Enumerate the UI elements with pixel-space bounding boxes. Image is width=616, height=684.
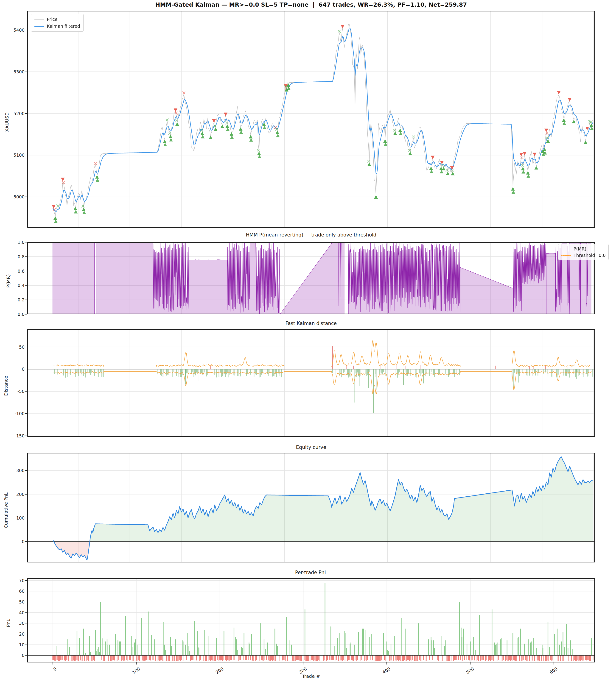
tick-mark (25, 369, 27, 369)
tick-mark (25, 612, 27, 613)
price-ylabel: XAUUSD (4, 88, 9, 156)
pnl-ytick-label: 0 (22, 653, 25, 658)
tick-mark (25, 655, 27, 656)
pmr-ytick-label: 0.4 (18, 283, 25, 288)
tick-mark (25, 197, 27, 197)
tick-mark (25, 285, 27, 286)
tick-mark (25, 256, 27, 257)
kalman-legend-label: Kalman filtered (47, 24, 80, 29)
tick-mark (25, 644, 27, 645)
tick-mark (25, 541, 27, 542)
threshold-line-swatch (561, 255, 571, 256)
legend-item-pmr: P(MR) (561, 246, 606, 252)
tick-mark (25, 155, 27, 155)
price-ytick-label: 5100 (14, 153, 25, 158)
tick-mark (25, 494, 27, 495)
price-ytick-label: 5300 (14, 69, 25, 74)
tick-mark (303, 662, 303, 664)
tick-mark (25, 436, 27, 436)
price-legend-label: Price (47, 17, 58, 22)
equity-ytick-label: 100 (16, 516, 25, 521)
distance-ytick-label: -100 (15, 411, 25, 416)
pmr-ytick-label: 1.0 (18, 240, 25, 245)
pmr-legend: P(MR) Threshold=0.0 (558, 244, 609, 260)
pmr-panel-title: HMM P(mean-reverting) — trade only above… (27, 232, 595, 237)
pnl-ylabel: PnL (5, 589, 11, 657)
pnl-ytick-label: 10 (19, 642, 25, 647)
tick-mark (25, 413, 27, 414)
tick-mark (25, 518, 27, 518)
price-ytick-label: 5000 (14, 194, 25, 199)
price-panel-canvas (27, 11, 595, 228)
price-ytick-label: 5400 (14, 27, 25, 32)
distance-ytick-label: -50 (18, 389, 25, 394)
pmr-ytick-label: 0.2 (18, 297, 25, 302)
figure-title: HMM-Gated Kalman — MR>=0.0 SL=5 TP=none … (27, 1, 595, 8)
x-axis-label: Trade # (27, 674, 595, 679)
kalman-line-swatch (35, 26, 44, 27)
tick-mark (25, 271, 27, 271)
tick-mark (25, 242, 27, 243)
equity-panel-title: Equity curve (27, 444, 595, 450)
price-ytick-label: 5200 (14, 111, 25, 116)
tick-mark (25, 300, 27, 300)
pmr-ylabel: P(MR) (5, 247, 11, 315)
pmr-legend-label: P(MR) (574, 246, 587, 251)
pnl-ytick-label: 40 (19, 610, 25, 615)
price-legend: Price Kalman filtered (31, 14, 84, 32)
distance-ytick-label: 50 (19, 344, 25, 349)
tick-mark (25, 72, 27, 72)
figure: HMM-Gated Kalman — MR>=0.0 SL=5 TP=none … (0, 0, 616, 684)
tick-mark (25, 30, 27, 30)
distance-panel-title: Fast Kalman distance (27, 321, 595, 326)
tick-mark (25, 580, 27, 581)
tick-mark (470, 662, 470, 664)
tick-mark (25, 391, 27, 391)
pmr-ytick-label: 0.8 (18, 254, 25, 259)
equity-ytick-label: 200 (16, 492, 25, 497)
pnl-panel-title: Per-trade PnL (27, 570, 595, 575)
pnl-ytick-label: 20 (19, 632, 25, 637)
pmr-ytick-label: 0.6 (18, 269, 25, 274)
pnl-ytick-label: 30 (19, 621, 25, 626)
distance-ytick-label: 0 (22, 367, 25, 371)
tick-mark (25, 314, 27, 315)
price-line-swatch (35, 19, 44, 20)
pmr-ytick-label: 0.0 (18, 312, 25, 317)
distance-ytick-label: -150 (15, 433, 25, 438)
pnl-ytick-label: 60 (19, 589, 25, 594)
pmr-line-swatch (561, 249, 571, 249)
tick-mark (25, 347, 27, 347)
distance-panel-canvas (27, 329, 595, 437)
tick-mark (25, 602, 27, 602)
equity-ytick-label: 0 (22, 539, 25, 544)
legend-item-price: Price (35, 16, 80, 23)
tick-mark (52, 662, 53, 664)
tick-mark (554, 662, 554, 664)
x-tick-label: 0 (52, 666, 58, 672)
tick-mark (25, 623, 27, 623)
tick-mark (387, 662, 387, 664)
tick-mark (25, 591, 27, 591)
legend-item-threshold: Threshold=0.0 (561, 252, 606, 258)
pnl-ytick-label: 50 (19, 599, 25, 605)
tick-mark (136, 662, 136, 664)
tick-mark (25, 113, 27, 114)
pmr-panel-canvas (27, 242, 595, 314)
tick-mark (25, 470, 27, 471)
equity-ylabel: Cumulative PnL (3, 476, 9, 545)
pnl-panel-canvas (27, 578, 595, 662)
legend-item-kalman: Kalman filtered (35, 23, 80, 29)
distance-ylabel: Distance (3, 351, 9, 420)
equity-ytick-label: 300 (16, 468, 25, 473)
pnl-ytick-label: 70 (19, 578, 25, 583)
tick-mark (220, 662, 220, 664)
equity-panel-canvas (27, 453, 595, 563)
tick-mark (25, 634, 27, 634)
threshold-legend-label: Threshold=0.0 (574, 253, 606, 258)
